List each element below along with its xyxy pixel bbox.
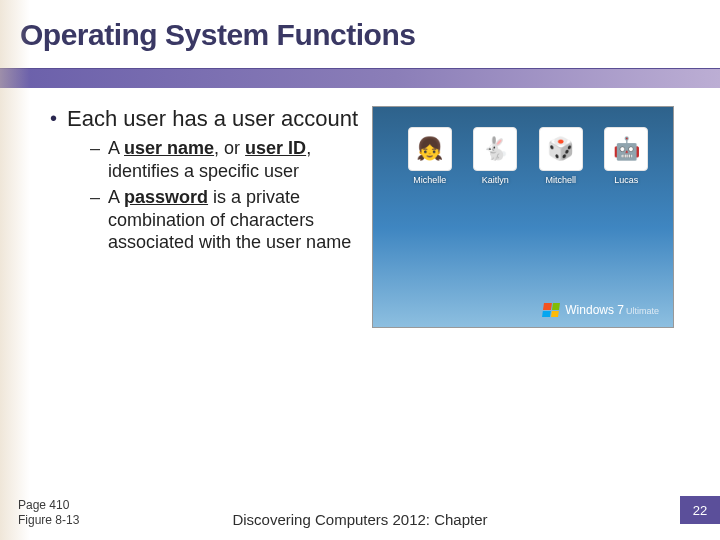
sub2-prefix: A	[108, 187, 124, 207]
user-tile: 🎲 Mitchell	[531, 127, 591, 185]
sub-bullet-2: – A password is a private combination of…	[90, 186, 360, 254]
bullet-main-text: Each user has a user account	[67, 106, 358, 131]
windows-brand: Windows 7Ultimate	[543, 303, 659, 317]
windows-product: Windows 7	[565, 303, 624, 317]
sub-bullet-1: – A user name, or user ID, identifies a …	[90, 137, 360, 182]
user-name-label: Michelle	[413, 175, 446, 185]
sub-bullet-2-text: A password is a private combination of c…	[108, 186, 360, 254]
sub-bullet-list: – A user name, or user ID, identifies a …	[90, 137, 360, 254]
windows-edition: Ultimate	[626, 306, 659, 316]
user-tile: 👧 Michelle	[400, 127, 460, 185]
user-name-label: Kaitlyn	[482, 175, 509, 185]
windows-brand-text: Windows 7Ultimate	[565, 303, 659, 317]
avatar-icon: 🐇	[473, 127, 517, 171]
dash-icon: –	[90, 137, 100, 182]
figure-ref: Figure 8-13	[18, 513, 79, 528]
avatar-icon: 👧	[408, 127, 452, 171]
avatar-icon: 🎲	[539, 127, 583, 171]
sub1-term2: user ID	[245, 138, 306, 158]
user-tile: 🤖 Lucas	[596, 127, 656, 185]
user-name-label: Lucas	[614, 175, 638, 185]
user-row: 👧 Michelle 🐇 Kaitlyn 🎲 Mitchell 🤖 Lucas	[373, 107, 673, 185]
user-tile: 🐇 Kaitlyn	[465, 127, 525, 185]
footer-center: Discovering Computers 2012: Chapter	[232, 511, 487, 528]
text-column: • Each user has a user account – A user …	[50, 106, 360, 328]
sub2-term1: password	[124, 187, 208, 207]
avatar-icon: 🤖	[604, 127, 648, 171]
bullet-dot-icon: •	[50, 106, 57, 131]
footer-left: Page 410 Figure 8-13	[18, 498, 79, 528]
page-ref: Page 410	[18, 498, 79, 513]
title-underline	[0, 68, 720, 88]
sub1-prefix: A	[108, 138, 124, 158]
dash-icon: –	[90, 186, 100, 254]
sub-bullet-1-text: A user name, or user ID, identifies a sp…	[108, 137, 360, 182]
user-name-label: Mitchell	[545, 175, 576, 185]
sub1-term1: user name	[124, 138, 214, 158]
sub1-mid: , or	[214, 138, 245, 158]
content-row: • Each user has a user account – A user …	[0, 88, 720, 328]
login-screenshot: 👧 Michelle 🐇 Kaitlyn 🎲 Mitchell 🤖 Lucas	[372, 106, 674, 328]
windows-flag-icon	[542, 303, 560, 317]
bullet-main: • Each user has a user account	[50, 106, 360, 131]
title-area: Operating System Functions	[0, 0, 720, 58]
slide: Operating System Functions • Each user h…	[0, 0, 720, 540]
slide-number-badge: 22	[680, 496, 720, 524]
slide-title: Operating System Functions	[20, 18, 700, 52]
